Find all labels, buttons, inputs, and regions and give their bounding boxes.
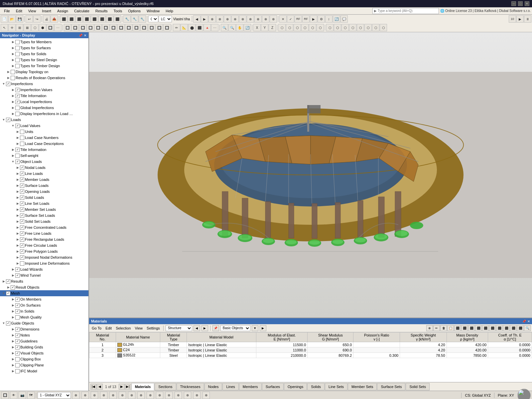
expander-results-boolean[interactable]: ▶: [6, 75, 11, 80]
tb2-axis-y[interactable]: Y: [261, 24, 268, 31]
checkbox-free-rectangular[interactable]: [20, 237, 24, 242]
view-button[interactable]: View: [133, 326, 144, 331]
expander-free-line-loads[interactable]: ▶: [15, 231, 20, 236]
menu-file[interactable]: File: [1, 8, 13, 14]
checkbox-surface-set-loads[interactable]: [20, 213, 24, 218]
tb-anim1[interactable]: ▶: [516, 15, 524, 23]
checkbox-notes[interactable]: [15, 333, 20, 337]
tb2-f1[interactable]: ⬡: [326, 24, 333, 31]
tree-item-local-imperfections[interactable]: ▶Local Imperfections: [0, 99, 88, 105]
expander-solid-loads[interactable]: ▶: [15, 195, 20, 200]
expander-guide-objects[interactable]: ▼: [1, 321, 6, 326]
tb-redo[interactable]: ↪: [33, 15, 41, 23]
expander-object-loads[interactable]: ▼: [11, 159, 15, 164]
tb-open[interactable]: 📂: [8, 15, 16, 23]
tab-materials[interactable]: Materials: [131, 383, 155, 390]
tb2-c11[interactable]: 🔲: [140, 24, 148, 31]
tb2-b1[interactable]: ⊞: [16, 24, 23, 31]
tb-save[interactable]: 💾: [16, 15, 23, 23]
tree-item-display-topology[interactable]: ▶Display Topology on: [0, 69, 88, 75]
status-tb11[interactable]: ⊕: [165, 392, 173, 399]
checkbox-solid-loads[interactable]: [20, 196, 24, 200]
tab-member-sets[interactable]: Member Sets: [348, 383, 377, 390]
checkbox-units[interactable]: [20, 130, 24, 134]
table-row[interactable]: 1GL24hTimberIsotropic | Linear Elastic11…: [89, 342, 532, 347]
tree-item-results[interactable]: ▶Results: [0, 278, 88, 284]
menu-help[interactable]: Help: [163, 8, 176, 14]
menu-results[interactable]: Results: [93, 8, 110, 14]
tb2-pan[interactable]: ✋: [236, 24, 243, 31]
expander-units[interactable]: ▶: [15, 129, 20, 134]
action-btn-4[interactable]: 📋: [447, 325, 454, 331]
tab-next-button[interactable]: ▶: [119, 384, 125, 390]
action-btn-11[interactable]: ⬛: [496, 325, 503, 331]
tree-item-surface-set-loads[interactable]: ▶Surface Set Loads: [0, 212, 88, 218]
tb-e7[interactable]: 💬: [340, 15, 348, 23]
goto-button[interactable]: Go To: [90, 326, 103, 331]
tb2-axis-z[interactable]: Z: [269, 24, 276, 31]
expander-building-grids[interactable]: ▶: [11, 345, 15, 349]
tb-e2[interactable]: ✓: [287, 15, 294, 23]
tb-b2[interactable]: ⬛: [68, 15, 75, 23]
tb-b6[interactable]: ⬛: [98, 15, 106, 23]
tb2-b5[interactable]: 🔲: [47, 24, 54, 31]
status-tb7[interactable]: ⊕: [128, 392, 135, 399]
tb2-c6[interactable]: 🔲: [102, 24, 109, 31]
checkbox-visual-objects[interactable]: [15, 351, 20, 355]
status-cam-icon[interactable]: 📷: [19, 392, 26, 399]
tree-item-line-loads[interactable]: ▶Line Loads: [0, 171, 88, 177]
expander-display-imperfections[interactable]: ▶: [11, 111, 15, 116]
tb2-c4[interactable]: 🔲: [87, 24, 94, 31]
expander-load-wizards[interactable]: ▶: [11, 267, 15, 272]
tab-surface-sets[interactable]: Surface Sets: [377, 383, 405, 390]
expander-surface-set-loads[interactable]: ▶: [15, 213, 20, 218]
checkbox-line-set-loads[interactable]: [20, 201, 24, 206]
checkbox-imposed-line[interactable]: [20, 261, 24, 266]
tree-item-load-values[interactable]: ▼Load Values: [0, 123, 88, 129]
expander-types-members[interactable]: ▶: [11, 40, 15, 44]
panel-pin-button[interactable]: 📌: [522, 320, 526, 323]
tab-surfaces[interactable]: Surfaces: [262, 383, 284, 390]
status-tb1[interactable]: ⊕: [72, 392, 79, 399]
tb-10[interactable]: 10: [509, 15, 516, 23]
checkbox-types-steel[interactable]: [15, 58, 20, 62]
tree-item-units[interactable]: ▶Units: [0, 129, 88, 135]
checkbox-load-case-numbers[interactable]: [20, 136, 24, 140]
edit-button[interactable]: Edit: [104, 326, 113, 331]
menu-options[interactable]: Options: [125, 8, 143, 14]
lc-dropdown[interactable]: LC1: [159, 16, 172, 22]
tree-item-visual-objects[interactable]: ▶Visual Objects: [0, 350, 88, 356]
checkbox-types-timber[interactable]: [15, 64, 20, 68]
expander-clipping-box[interactable]: ▶: [11, 357, 15, 361]
expander-types-steel[interactable]: ▶: [11, 58, 15, 62]
action-btn-8[interactable]: ⬛: [475, 325, 482, 331]
tree-item-on-surfaces[interactable]: ▶On Surfaces: [0, 302, 88, 308]
tb2-zoom-in[interactable]: 🔍: [221, 24, 228, 31]
tb2-d1[interactable]: ✏: [173, 24, 180, 31]
nav-pin-button[interactable]: 📌: [78, 34, 82, 37]
tb-export[interactable]: 📤: [51, 15, 58, 23]
tb2-f4[interactable]: ⬡: [349, 24, 356, 31]
checkbox-title-info-loads[interactable]: [15, 148, 20, 152]
status-tb5[interactable]: ⊕: [109, 392, 117, 399]
tree-item-types-steel[interactable]: ▶Types for Steel Design: [0, 57, 88, 63]
tb-e4[interactable]: ⚙: [318, 15, 325, 23]
tb2-c13[interactable]: 🔲: [156, 24, 163, 31]
tb-e6[interactable]: 🔄: [333, 15, 340, 23]
tb2-f2[interactable]: ⬡: [334, 24, 341, 31]
expander-guidelines[interactable]: ▶: [11, 339, 15, 343]
keyword-search[interactable]: [372, 8, 439, 14]
status-eye-icon[interactable]: 👁: [10, 392, 17, 399]
tb2-f6[interactable]: ⬡: [364, 24, 372, 31]
tb2-c12[interactable]: 🔲: [148, 24, 155, 31]
status-tb10[interactable]: ⊕: [156, 392, 163, 399]
action-btn-9[interactable]: ⬛: [482, 325, 489, 331]
checkbox-line-loads[interactable]: [20, 172, 24, 176]
tb2-d6[interactable]: ⋯: [211, 24, 218, 31]
tree-item-load-case-desc[interactable]: ▶Load Case Descriptions: [0, 141, 88, 147]
checkbox-free-circular[interactable]: [20, 243, 24, 248]
tb-d11[interactable]: ⊕: [270, 15, 277, 23]
expander-on-surfaces[interactable]: ▶: [11, 303, 15, 308]
expander-global-imperfections[interactable]: ▶: [11, 105, 15, 110]
tree-item-in-solids[interactable]: ▶In Solids: [0, 308, 88, 314]
